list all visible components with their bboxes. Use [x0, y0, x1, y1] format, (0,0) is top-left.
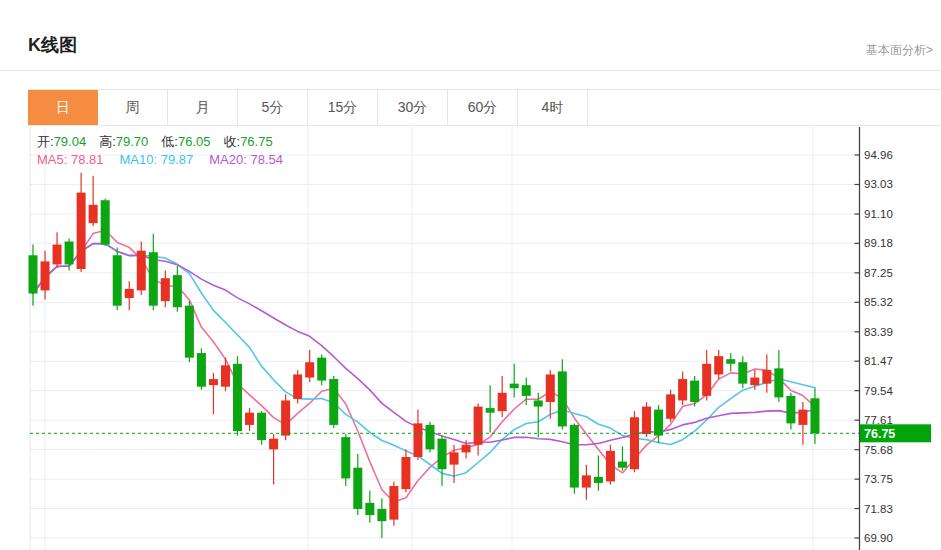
- y-axis-label: 73.75: [864, 473, 893, 485]
- candle-body: [77, 193, 86, 269]
- candle-body: [353, 468, 362, 509]
- candle-body: [438, 439, 447, 470]
- candle-body: [41, 261, 50, 290]
- candle-body: [630, 417, 639, 469]
- ohlc-pair: 开:79.04: [37, 134, 86, 149]
- y-axis-label: 75.68: [864, 444, 893, 456]
- candle-body: [594, 477, 603, 483]
- candle-body: [185, 306, 194, 358]
- candle-body: [65, 242, 74, 265]
- candle-body: [341, 437, 350, 478]
- candle-body: [401, 457, 410, 489]
- candle-body: [389, 486, 398, 520]
- candle-body: [618, 462, 627, 468]
- candle-body: [269, 439, 278, 450]
- candle-body: [522, 385, 531, 396]
- candle-body: [173, 275, 182, 307]
- candle-body: [642, 407, 651, 435]
- candle-body: [546, 374, 555, 402]
- candle-body: [161, 278, 170, 301]
- candle-body: [810, 398, 819, 433]
- y-axis-label: 85.32: [864, 296, 893, 308]
- candle-body: [450, 452, 459, 464]
- candle-body: [738, 362, 747, 383]
- ma-pair: MA5: 78.81: [37, 152, 104, 167]
- candle-body: [89, 205, 98, 223]
- y-axis-label: 79.54: [864, 385, 893, 397]
- candle-body: [53, 245, 62, 265]
- y-axis-label: 69.90: [864, 532, 893, 544]
- y-axis-label: 91.10: [864, 208, 893, 220]
- ohlc-pair: 低:76.05: [161, 134, 210, 149]
- y-axis-label: 81.47: [864, 355, 893, 367]
- candle-body: [570, 425, 579, 488]
- candle-body: [425, 425, 434, 449]
- candle-body: [474, 407, 483, 445]
- candle-body: [582, 475, 591, 487]
- ma-pair: MA10: 79.87: [120, 152, 194, 167]
- y-axis-label: 94.96: [864, 149, 893, 161]
- candle-body: [221, 365, 230, 386]
- candle-body: [666, 394, 675, 418]
- candle-body: [281, 400, 290, 435]
- candle-body: [786, 396, 795, 424]
- candle-body: [690, 381, 699, 402]
- ohlc-pair: 收:76.75: [224, 134, 273, 149]
- candle-body: [413, 423, 422, 457]
- candle-body: [774, 368, 783, 397]
- candle-body: [726, 359, 735, 364]
- candle-body: [257, 413, 266, 441]
- candle-body: [329, 379, 338, 425]
- ma-pair: MA20: 78.54: [209, 152, 283, 167]
- candle-body: [798, 410, 807, 425]
- candle-body: [293, 374, 302, 398]
- candle-body: [762, 370, 771, 384]
- candle-body: [365, 503, 374, 515]
- current-price-badge-label: 76.75: [864, 427, 895, 441]
- candle-body: [678, 379, 687, 400]
- candle-body: [317, 358, 326, 381]
- candle-body: [305, 362, 314, 377]
- kline-page: K线图 基本面分析> 日周月5分15分30分60分4时 94.9693.0391…: [0, 0, 941, 550]
- y-axis-label: 87.25: [864, 267, 893, 279]
- candle-body: [209, 379, 218, 385]
- candle-body: [654, 410, 663, 436]
- candle-body: [137, 251, 146, 291]
- candle-body: [125, 289, 134, 298]
- candle-body: [534, 400, 543, 406]
- candle-body: [29, 255, 38, 293]
- candle-body: [486, 408, 495, 413]
- y-axis-label: 71.83: [864, 503, 893, 515]
- ohlc-pair: 高:79.70: [99, 134, 148, 149]
- y-axis-label: 93.03: [864, 178, 893, 190]
- candle-body: [101, 200, 110, 244]
- candle-body: [702, 364, 711, 396]
- candle-body: [498, 393, 507, 411]
- candle-body: [714, 356, 723, 374]
- ma-readout: MA5: 78.81MA10: 79.87MA20: 78.54: [37, 152, 299, 167]
- chart-canvas: 94.9693.0391.1089.1887.2585.3283.3981.47…: [0, 0, 941, 550]
- candle-body: [606, 451, 615, 482]
- candle-body: [558, 371, 567, 426]
- candle-body: [233, 364, 242, 431]
- candle-body: [462, 445, 471, 453]
- candle-body: [197, 353, 206, 387]
- y-axis-label: 89.18: [864, 237, 893, 249]
- y-axis-label: 83.39: [864, 326, 893, 338]
- candle-body: [510, 384, 519, 389]
- candle-body: [750, 378, 759, 386]
- ohlc-readout: 开:79.04高:79.70低:76.05收:76.75: [37, 133, 286, 151]
- candle-body: [113, 255, 122, 305]
- candle-body: [149, 252, 158, 305]
- candle-body: [377, 509, 386, 521]
- candle-body: [245, 413, 254, 425]
